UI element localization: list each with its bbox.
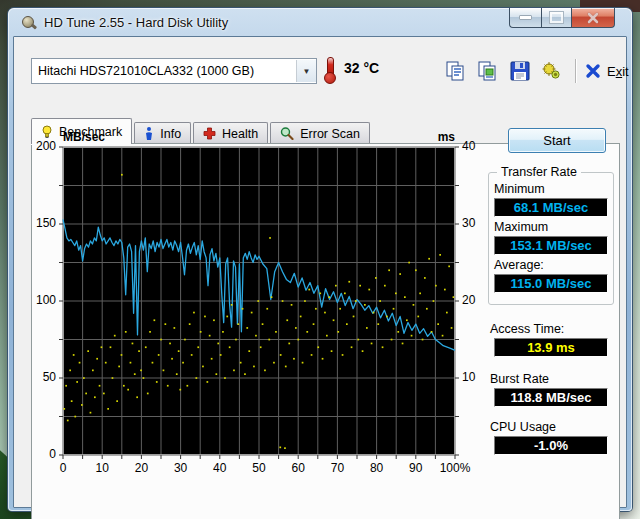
- x-axis-tick: 10: [84, 461, 120, 475]
- tab-health[interactable]: Health: [193, 122, 268, 144]
- health-cross-icon: [203, 127, 216, 140]
- hdtune-window: HD Tune 2.55 - Hard Disk Utility Hitachi…: [8, 8, 632, 511]
- temperature-value: 32 °C: [344, 60, 379, 76]
- right-axis-tick: 10: [462, 370, 475, 384]
- maximize-icon: [550, 12, 563, 23]
- exit-x-icon: [585, 63, 601, 79]
- left-axis-tick: 150: [26, 216, 56, 230]
- tab-label: Info: [160, 127, 181, 141]
- thermometer-icon: [323, 57, 336, 83]
- desktop: HD Tune 2.55 - Hard Disk Utility Hitachi…: [0, 0, 640, 519]
- start-button[interactable]: Start: [508, 128, 606, 153]
- options-button[interactable]: [539, 59, 565, 83]
- close-button[interactable]: [571, 8, 615, 28]
- access-time-label: Access Time:: [490, 322, 564, 336]
- right-axis-tick: 20: [462, 293, 475, 307]
- exit-button[interactable]: Exit: [585, 63, 629, 79]
- benchmark-bulb-icon: [41, 125, 53, 139]
- x-axis-tick: 30: [163, 461, 199, 475]
- right-axis-unit: ms: [431, 130, 455, 144]
- left-axis-tick: 50: [26, 370, 56, 384]
- tab-label: Error Scan: [300, 127, 360, 141]
- close-icon: [587, 12, 599, 24]
- average-value: 115.0 MB/sec: [494, 274, 608, 293]
- tab-error-scan[interactable]: Error Scan: [270, 122, 370, 144]
- caption-buttons: [509, 8, 615, 28]
- minimize-button[interactable]: [509, 8, 541, 28]
- x-axis-tick: 0: [45, 461, 81, 475]
- x-axis-tick: 90: [398, 461, 434, 475]
- x-axis-tick: 60: [280, 461, 316, 475]
- options-gear-icon: [541, 60, 563, 82]
- exit-label: Exit: [607, 64, 629, 79]
- tab-label: Health: [222, 127, 258, 141]
- x-axis-tick: 100%: [437, 461, 473, 475]
- left-axis-tick: 0: [26, 447, 56, 461]
- left-axis-unit: MB/sec: [63, 130, 105, 144]
- left-axis-tick: 100: [26, 293, 56, 307]
- cpu-usage-label: CPU Usage: [490, 420, 556, 434]
- toolbar: Exit: [443, 58, 629, 84]
- right-axis-tick: 40: [462, 139, 475, 153]
- cpu-usage-value: -1.0%: [494, 436, 608, 455]
- burst-rate-value: 118.8 MB/sec: [494, 388, 608, 407]
- info-icon: [144, 127, 154, 140]
- chevron-down-icon[interactable]: ▼: [296, 60, 316, 82]
- copy-screenshot-icon: [477, 60, 499, 82]
- minimum-label: Minimum: [494, 182, 545, 196]
- maximize-button[interactable]: [541, 8, 571, 28]
- app-icon: [22, 15, 37, 30]
- window-title: HD Tune 2.55 - Hard Disk Utility: [44, 15, 228, 30]
- copy-icon: [445, 60, 467, 82]
- copy-screenshot-button[interactable]: [475, 59, 501, 83]
- save-icon: [509, 60, 531, 82]
- minimum-value: 68.1 MB/sec: [494, 198, 608, 217]
- x-axis-tick: 80: [359, 461, 395, 475]
- access-time-value: 13.9 ms: [494, 338, 608, 357]
- transfer-rate-legend: Transfer Rate: [497, 165, 581, 179]
- drive-select-value: Hitachi HDS721010CLA332 (1000 GB): [32, 64, 296, 78]
- maximum-value: 153.1 MB/sec: [494, 236, 608, 255]
- tab-info[interactable]: Info: [134, 122, 191, 144]
- x-axis-tick: 70: [319, 461, 355, 475]
- drive-select[interactable]: Hitachi HDS721010CLA332 (1000 GB) ▼: [31, 58, 317, 84]
- toolbar-separator: [575, 59, 577, 83]
- minimize-icon: [519, 15, 532, 20]
- left-axis-tick: 200: [26, 139, 56, 153]
- copy-button[interactable]: [443, 59, 469, 83]
- benchmark-chart: [63, 147, 455, 455]
- error-scan-magnifier-icon: [280, 127, 294, 140]
- save-button[interactable]: [507, 59, 533, 83]
- burst-rate-label: Burst Rate: [490, 372, 549, 386]
- average-label: Average:: [494, 258, 544, 272]
- maximum-label: Maximum: [494, 220, 548, 234]
- x-axis-tick: 40: [202, 461, 238, 475]
- x-axis-tick: 50: [241, 461, 277, 475]
- right-axis-tick: 30: [462, 216, 475, 230]
- x-axis-tick: 20: [123, 461, 159, 475]
